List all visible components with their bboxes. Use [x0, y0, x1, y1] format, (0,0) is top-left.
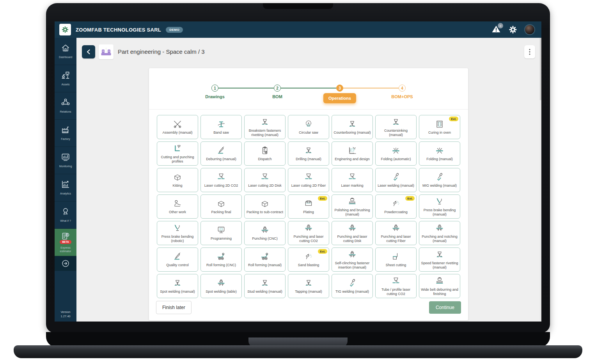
stepper-connector	[343, 88, 399, 88]
operation-card-punching-cnc[interactable]: Ext. Punching (CNC)	[244, 221, 286, 245]
sidebar-item-what-if[interactable]: What if ?	[55, 201, 76, 229]
sidebar-nav: Dashboard Assets Relations Factory Monit…	[55, 38, 76, 322]
operation-card-tapping-manual[interactable]: Ext. Tapping (manual)	[288, 274, 329, 298]
operation-card-laser-cutting-2d-disk[interactable]: Ext. Laser cutting 2D Disk	[244, 168, 286, 192]
sidebar-item-analytics[interactable]: Analytics	[55, 174, 76, 201]
spray-gun-icon	[389, 198, 403, 209]
operation-card-label: Cutting and punching profiles	[158, 155, 197, 164]
operations-panel: 1Drawings2BOM3Operations4BOM+OPS Ext. As…	[149, 68, 468, 320]
operation-card-wide-belt-deburring-and-finishing[interactable]: Ext. Wide belt deburring and finishing	[419, 274, 460, 298]
sidebar-item-monitoring[interactable]: Monitoring	[55, 147, 76, 174]
sidebar-item-factory[interactable]: Factory	[55, 120, 76, 147]
what-if-thinker-icon	[61, 207, 70, 216]
laser-nozzle-icon	[346, 172, 359, 183]
operation-card-laser-welding-manual[interactable]: Ext. Laser welding (manual)	[375, 168, 417, 192]
operation-card-programming[interactable]: Ext. Programming	[200, 221, 242, 245]
operation-card-dispatch[interactable]: Ext. Dispatch	[244, 141, 286, 166]
sidebar-item-label: Factory	[56, 137, 75, 141]
operation-card-label: Breakstem fasteners rivetting (manual)	[246, 129, 284, 138]
operation-card-press-brake-bending-manual[interactable]: Ext. Press brake bending (manual)	[419, 194, 460, 219]
operation-card-label: Roll forming (manual)	[248, 263, 282, 267]
more-options-button[interactable]	[524, 45, 535, 58]
operation-card-cutting-and-punching-profiles[interactable]: Ext. Cutting and punching profiles	[157, 141, 198, 166]
operation-card-label: Other work	[169, 210, 186, 214]
operation-card-quality-control[interactable]: Ext. Quality control	[157, 247, 198, 272]
alerts-button[interactable]: 0	[491, 25, 502, 34]
scrollbar-thumb[interactable]	[540, 38, 541, 100]
operation-card-stud-welding-manual[interactable]: Ext. Stud welding (manual)	[244, 274, 286, 298]
operation-card-speed-fastener-rivetting-manual[interactable]: Ext. Speed fastener rivetting (manual)	[419, 247, 460, 272]
operation-card-label: Laser cutting 2D Disk	[248, 184, 282, 188]
operation-card-packing-final[interactable]: Ext. Packing final	[200, 194, 242, 219]
operation-card-countersinking-manual[interactable]: Ext. Countersinking (manual)	[375, 115, 417, 139]
operation-card-packing-to-sub-contract[interactable]: Ext. Packing to sub-contract	[244, 194, 286, 219]
operation-card-label: Press brake bending (manual)	[420, 208, 459, 217]
sidebar-item-express-estimator[interactable]: BETA Express estimator	[55, 229, 76, 256]
settings-gear-icon[interactable]	[509, 25, 517, 34]
operation-card-mig-welding-manual[interactable]: Ext. MIG welding (manual)	[419, 168, 460, 192]
user-avatar[interactable]	[524, 24, 535, 35]
operation-card-folding-manual[interactable]: Ext. Folding (manual)	[419, 141, 460, 166]
operation-card-roll-forming-manual[interactable]: Ext. Roll forming (manual)	[244, 247, 286, 272]
operation-card-circular-saw[interactable]: Ext. Circular saw	[288, 115, 329, 139]
operation-card-label: Powdercoating	[384, 210, 408, 214]
stepper-connector	[218, 88, 274, 88]
operation-card-spot-welding-manual[interactable]: Ext. Spot welding (manual)	[157, 274, 198, 298]
operation-card-tig-welding-manual[interactable]: Ext. TIG welding (manual)	[332, 274, 373, 298]
stepper-step-drawings[interactable]: 1Drawings	[211, 85, 218, 92]
drill-icon	[389, 117, 403, 128]
operation-card-label: MIG welding (manual)	[422, 184, 457, 188]
operation-card-laser-marking[interactable]: Ext. Laser marking	[332, 168, 373, 192]
operation-card-plating[interactable]: Ext. Plating	[288, 194, 329, 219]
stepper-step-bom[interactable]: 2BOM	[274, 85, 281, 92]
operation-card-label: Packing final	[211, 210, 231, 214]
stepper-step-operations[interactable]: 3Operations	[336, 85, 343, 92]
operation-card-roll-forming-cnc[interactable]: Ext. Roll forming (CNC)	[200, 247, 242, 272]
rollers-icon	[258, 251, 271, 262]
operation-card-band-saw[interactable]: Ext. Band saw	[200, 115, 242, 139]
stepper-connector	[281, 88, 336, 88]
operation-card-folding-automatic[interactable]: Ext. Folding (automatic)	[375, 141, 417, 166]
part-thumbnail	[99, 44, 114, 59]
operation-card-curing-in-oven[interactable]: Ext. Curing in oven	[419, 115, 460, 139]
operation-card-counterboring-manual[interactable]: Ext. Counterboring (manual)	[332, 115, 373, 139]
sidebar-item-label: Analytics	[56, 192, 75, 195]
operation-card-assembly-manual[interactable]: Ext. Assembly (manual)	[157, 115, 198, 139]
sidebar-item-assets[interactable]: Assets	[55, 65, 76, 92]
factory-icon	[61, 125, 70, 134]
operation-card-punching-and-laser-cutting-disk[interactable]: Ext. Punching and laser cutting Disk	[332, 221, 373, 245]
stud-weld-icon	[258, 278, 271, 289]
zoomfab-logo[interactable]	[59, 24, 71, 35]
operation-card-laser-cutting-2d-co2[interactable]: Ext. Laser cutting 2D CO2	[200, 168, 242, 192]
operation-card-deburring-manual[interactable]: Ext. Deburring (manual)	[200, 141, 242, 166]
operation-card-label: Sand blasting	[298, 263, 319, 267]
operation-card-drilling-manual[interactable]: Ext. Drilling (manual)	[288, 141, 329, 166]
operation-card-breakstem-fasteners-rivetting-manual[interactable]: Ext. Breakstem fasteners rivetting (manu…	[244, 115, 286, 139]
scrollbar[interactable]	[540, 38, 541, 322]
operation-card-laser-cutting-2d-fiber[interactable]: Ext. Laser cutting 2D Fiber	[288, 168, 329, 192]
operation-card-sand-blasting[interactable]: Ext. Sand blasting	[288, 247, 329, 272]
operation-card-polishing-and-brushing-manual[interactable]: Ext. Polishing and brushing (manual)	[332, 194, 373, 219]
operation-card-self-clinching-fastener-insertion-manual[interactable]: Ext. Self-clinching fastener insertion (…	[332, 247, 373, 272]
operation-card-label: Plating	[303, 210, 314, 214]
spot-weld-icon	[171, 278, 184, 289]
back-button[interactable]	[82, 45, 95, 58]
operation-card-punching-and-laser-cutting-fiber[interactable]: Ext. Punching and laser cutting Fiber	[375, 221, 417, 245]
operation-card-powdercoating[interactable]: Ext. Powdercoating	[375, 194, 417, 219]
operation-card-spot-welding-table[interactable]: Ext. Spot welding (table)	[200, 274, 242, 298]
operation-card-tube-profile-laser-cutting-co2[interactable]: Ext. Tube / profile laser cutting CO2	[375, 274, 417, 298]
sidebar-item-relations[interactable]: Relations	[55, 92, 76, 120]
sidebar-item-dashboard[interactable]: Dashboard	[55, 38, 76, 65]
circular-saw-icon	[302, 119, 315, 130]
operation-card-other-work[interactable]: Ext. Other work	[157, 194, 198, 219]
stepper-step-bom-ops[interactable]: 4BOM+OPS	[399, 85, 406, 92]
finish-later-button[interactable]: Finish later	[156, 301, 192, 314]
operation-card-kitting[interactable]: Ext. Kitting	[157, 168, 198, 192]
operation-card-press-brake-bending-robotic[interactable]: Ext. Press brake bending (robotic)	[157, 221, 198, 245]
sidebar-collapse-button[interactable]	[55, 256, 76, 271]
operation-card-sheet-cutting[interactable]: Ext. Sheet cutting	[375, 247, 417, 272]
operation-card-enginering-and-design[interactable]: Ext. Enginering and design	[332, 141, 373, 166]
operation-card-punching-and-laser-cutting-co2[interactable]: Ext. Punching and laser cutting CO2	[288, 221, 329, 245]
continue-button[interactable]: Continue	[429, 301, 461, 314]
operation-card-punching-and-notching-manual[interactable]: Ext. Punching and notching (manual)	[419, 221, 460, 245]
